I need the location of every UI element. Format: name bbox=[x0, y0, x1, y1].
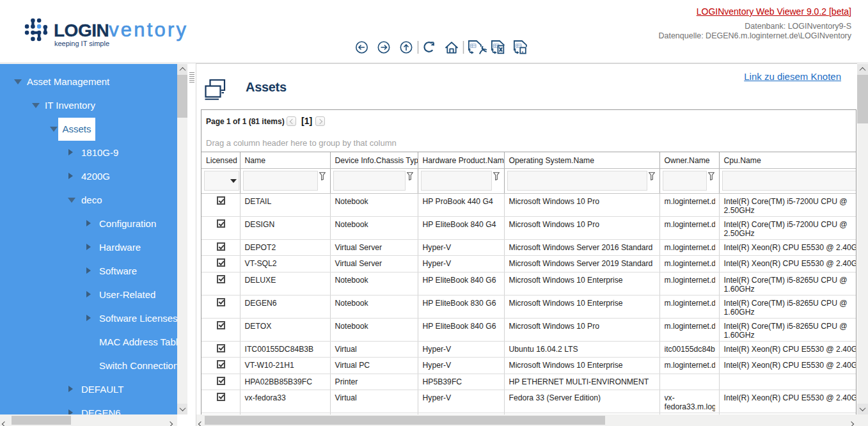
svg-text:,: , bbox=[522, 47, 524, 54]
